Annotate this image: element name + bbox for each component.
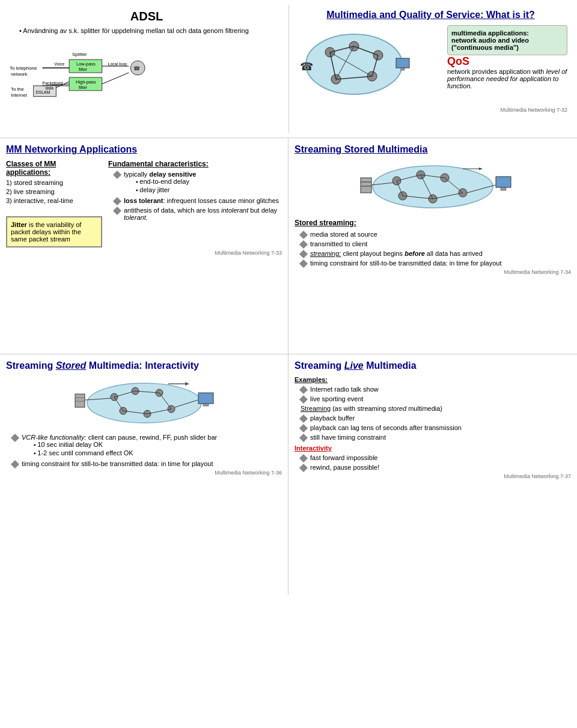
sub-end-to-end: end-to-end delay [136, 178, 196, 185]
diamond-timing [11, 460, 19, 469]
svg-rect-40 [396, 58, 409, 68]
svg-text:data: data [45, 86, 53, 90]
top-left-adsl: ADSL • Användning av s.k. splitter för u… [5, 5, 288, 133]
diamond-m3 [299, 434, 308, 442]
page: ADSL • Användning av s.k. splitter för u… [0, 0, 577, 728]
mm-apps-label: multimedia applications: [451, 29, 529, 37]
stored-streaming-svg [343, 160, 523, 214]
vcr-diagram-svg [60, 376, 228, 430]
svg-rect-78 [75, 394, 85, 407]
svg-text:To telephone: To telephone [10, 65, 37, 71]
vcr-label: VCR-like functionality: [22, 434, 87, 441]
bottom-right-live: Streaming Live Multimedia Examples: Inte… [288, 354, 577, 595]
svg-text:Voice: Voice [54, 62, 64, 66]
middle-left-pagenum: Multimedia Networking 7-33 [6, 250, 282, 256]
vcr-bullet: VCR-like functionality: client can pause… [12, 434, 282, 458]
qos-text-area: multimedia applications: network audio a… [447, 25, 567, 105]
svg-text:☎: ☎ [300, 61, 313, 73]
bottom-left-pagenum: Multimedia Networking 7-36 [6, 470, 282, 476]
class-item-3: 3) interactive, real-time [6, 197, 102, 204]
classes-column: Classes of MM applications: 1) stored st… [6, 160, 102, 247]
fund-bullet-3: antithesis of data, which are loss intol… [114, 207, 282, 221]
mm-networking-title: MM Networking Applications [6, 144, 282, 155]
diamond-i2 [299, 464, 308, 472]
svg-text:filter: filter [79, 67, 88, 72]
fund-bullet-2: loss tolerant: infrequent losses cause m… [114, 197, 282, 204]
bottom-right-pagenum: Multimedia Networking 7-37 [295, 473, 571, 479]
stored-item-1: media stored at source [301, 231, 571, 238]
vcr-sub-1: 10 sec initial delay OK [34, 441, 217, 448]
middle-left-mm: MM Networking Applications Classes of MM… [0, 138, 288, 354]
svg-line-21 [102, 73, 129, 84]
more-item-3: still have timing constraint [301, 434, 571, 441]
svg-text:Low-pass: Low-pass [76, 61, 96, 67]
example-item-2: live sporting event [301, 395, 571, 402]
middle-right-pagenum: Multimedia Networking 7-34 [295, 269, 571, 275]
more-item-1: playback buffer [301, 414, 571, 422]
example-item-1: Internet radio talk show [301, 386, 571, 393]
adsl-title: ADSL [10, 10, 284, 23]
svg-rect-84 [198, 393, 213, 404]
diamond-e1 [299, 386, 308, 394]
fund-bullet-1: typically delay sensitive end-to-end del… [114, 171, 282, 195]
svg-point-65 [87, 383, 201, 423]
middle-right-stored: Streaming Stored Multimedia [288, 138, 577, 354]
top-right-pagenum: Multimedia Networking 7-32 [294, 107, 567, 113]
adsl-bullet: • Användning av s.k. splitter för uppdel… [19, 27, 284, 34]
qos-text: network provides application with level … [447, 68, 567, 89]
svg-text:network: network [11, 71, 28, 77]
network-svg: ☎ [294, 25, 414, 103]
jitter-bold: Jitter [11, 221, 27, 228]
diamond-icon-2 [113, 197, 121, 205]
class-item-2: 2) live streaming [6, 188, 102, 195]
svg-text:filter: filter [79, 85, 88, 90]
class-item-1: 1) stored streaming [6, 179, 102, 186]
more-item-2: playback can lag tens of seconds after t… [301, 424, 571, 431]
adsl-diagram: To telephone network Voice To the Intern… [10, 37, 284, 109]
streaming-live-title: Streaming Live Multimedia [295, 360, 571, 371]
stored-streaming-label: Stored streaming: [295, 219, 571, 227]
svg-rect-85 [203, 404, 209, 406]
multimedia-qos-title: Multimedia and Quality of Service: What … [294, 10, 567, 20]
stored-interactivity-title: Streaming Stored Multimedia: Interactivi… [6, 360, 282, 371]
diamond-vcr [11, 434, 19, 442]
stored-item-4: timing constraint for still-to-be transm… [301, 259, 571, 267]
top-right-qos: Multimedia and Quality of Service: What … [288, 5, 572, 133]
svg-text:☎: ☎ [133, 65, 140, 71]
multimedia-apps-box: multimedia applications: network audio a… [447, 25, 567, 55]
bottom-section: Streaming Stored Multimedia: Interactivi… [0, 354, 577, 595]
vcr-sub-2: 1-2 sec until command effect OK [34, 449, 217, 457]
examples-label: Examples: [295, 376, 571, 383]
diamond-icon-3 [113, 207, 121, 215]
diamond-s1 [299, 231, 308, 239]
middle-section: MM Networking Applications Classes of MM… [0, 138, 577, 354]
stored-item-2: transmitted to client [301, 240, 571, 247]
svg-text:Splitter: Splitter [72, 52, 87, 57]
interact-item-2: rewind, pause possible! [301, 464, 571, 471]
sub-delay-jitter: delay jitter [136, 186, 196, 193]
svg-text:Internet: Internet [11, 93, 28, 98]
mm-apps-text: network audio and video ("continuous med… [451, 37, 529, 51]
svg-marker-83 [185, 382, 189, 386]
top-section: ADSL • Användning av s.k. splitter för u… [0, 0, 577, 138]
interactivity-label: Interactivity [295, 444, 571, 452]
stored-item-3: streaming: client playout begins before … [301, 250, 571, 257]
svg-text:High-pass: High-pass [76, 79, 96, 85]
streaming-underline: Streaming [301, 405, 331, 412]
svg-rect-56 [361, 178, 371, 193]
qos-label: QoS [447, 55, 567, 68]
diamond-m1 [299, 414, 308, 423]
interact-item-1: fast forward impossible [301, 454, 571, 461]
streaming-stored-title: Streaming Stored Multimedia [295, 144, 571, 155]
diamond-s2 [299, 240, 308, 249]
fundamental-column: Fundamental characteristics: typically d… [108, 160, 282, 247]
diamond-m2 [299, 424, 308, 432]
diamond-s3 [299, 250, 308, 258]
qos-content-area: ☎ multimedia applications: network audio… [294, 25, 567, 105]
diamond-s4 [299, 259, 308, 268]
diamond-i1 [299, 454, 308, 463]
fundamental-title: Fundamental characteristics: [108, 160, 282, 168]
network-diagram-area: ☎ [294, 25, 442, 105]
svg-rect-61 [501, 187, 506, 190]
timing-text: timing constraint for still-to-be transm… [22, 460, 213, 467]
